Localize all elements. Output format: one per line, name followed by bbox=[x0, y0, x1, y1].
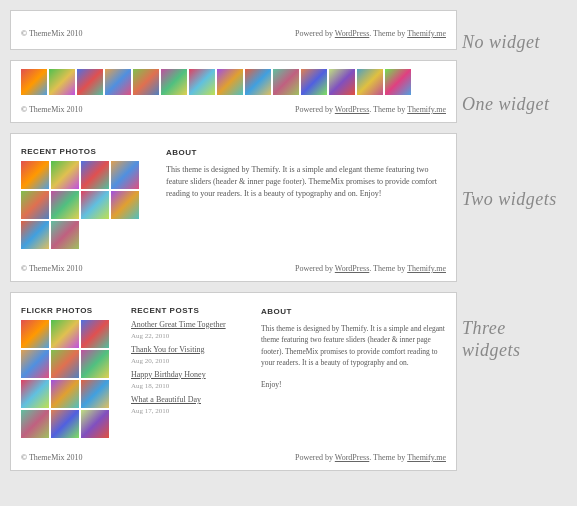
flickr-3 bbox=[81, 320, 109, 348]
recent-posts-col: RECENT POSTS Another Great Time Together… bbox=[131, 306, 251, 438]
thumb-11 bbox=[301, 69, 327, 95]
panel2-footer: © ThemeMix 2010 Powered by WordPress. Th… bbox=[21, 100, 446, 114]
recent-photos-title: RECENT PHOTOS bbox=[21, 147, 151, 156]
photo-2 bbox=[51, 161, 79, 189]
themify-link-2[interactable]: Themify.me bbox=[407, 105, 446, 114]
flickr-title: FLICKR PHOTOS bbox=[21, 306, 121, 315]
thumb-9 bbox=[245, 69, 271, 95]
three-widget-content: FLICKR PHOTOS bbox=[21, 301, 446, 443]
flickr-1 bbox=[21, 320, 49, 348]
wordpress-link-1[interactable]: WordPress bbox=[335, 29, 369, 38]
thumb-6 bbox=[161, 69, 187, 95]
flickr-col: FLICKR PHOTOS bbox=[21, 306, 121, 438]
flickr-11 bbox=[51, 410, 79, 438]
no-widget-label: No widget bbox=[462, 32, 540, 54]
themify-link-3[interactable]: Themify.me bbox=[407, 264, 446, 273]
panel4-footer: © ThemeMix 2010 Powered by WordPress. Th… bbox=[21, 448, 446, 462]
thumb-3 bbox=[77, 69, 103, 95]
flickr-8 bbox=[51, 380, 79, 408]
post-date-2: Aug 20, 2010 bbox=[131, 357, 169, 365]
post-link-1[interactable]: Another Great Time Together bbox=[131, 320, 251, 329]
photo-5 bbox=[21, 191, 49, 219]
recent-posts-title: RECENT POSTS bbox=[131, 306, 251, 315]
image-strip bbox=[21, 69, 446, 95]
flickr-4 bbox=[21, 350, 49, 378]
thumb-13 bbox=[357, 69, 383, 95]
list-item: What a Beautiful Day Aug 17, 2010 bbox=[131, 395, 251, 415]
themify-about-link[interactable]: Themify bbox=[341, 324, 366, 333]
one-widget-label-section: One widget bbox=[457, 70, 567, 140]
wordpress-link-3[interactable]: WordPress bbox=[335, 264, 369, 273]
thumb-8 bbox=[217, 69, 243, 95]
photo-1 bbox=[21, 161, 49, 189]
photo-3 bbox=[81, 161, 109, 189]
panel3-footer-right: Powered by WordPress. Theme by Themify.m… bbox=[295, 264, 446, 273]
panel1-footer-left: © ThemeMix 2010 bbox=[21, 29, 82, 38]
flickr-5 bbox=[51, 350, 79, 378]
post-date-1: Aug 22, 2010 bbox=[131, 332, 169, 340]
thumb-5 bbox=[133, 69, 159, 95]
panel3-footer: © ThemeMix 2010 Powered by WordPress. Th… bbox=[21, 259, 446, 273]
post-list: Another Great Time Together Aug 22, 2010… bbox=[131, 320, 251, 415]
list-item: Thank You for Visiting Aug 20, 2010 bbox=[131, 345, 251, 365]
enjoy-text: Enjoy! bbox=[261, 379, 446, 390]
post-link-4[interactable]: What a Beautiful Day bbox=[131, 395, 251, 404]
flickr-7 bbox=[21, 380, 49, 408]
thumb-7 bbox=[189, 69, 215, 95]
three-widgets-label: Three widgets bbox=[462, 318, 567, 361]
three-widgets-label-section: Three widgets bbox=[457, 260, 567, 420]
thumb-4 bbox=[105, 69, 131, 95]
list-item: Another Great Time Together Aug 22, 2010 bbox=[131, 320, 251, 340]
list-item: Happy Birthday Honey Aug 18, 2010 bbox=[131, 370, 251, 390]
thumb-14 bbox=[385, 69, 411, 95]
flickr-12 bbox=[81, 410, 109, 438]
no-widget-label-section: No widget bbox=[457, 15, 567, 70]
photo-9 bbox=[21, 221, 49, 249]
section-labels: No widget One widget Two widgets Three w… bbox=[457, 10, 567, 471]
one-widget-label: One widget bbox=[462, 94, 550, 116]
wordpress-link-4[interactable]: WordPress bbox=[335, 453, 369, 462]
panel1-footer-right: Powered by WordPress. Theme by Themify.m… bbox=[295, 29, 446, 38]
about-title: ABOUT bbox=[166, 147, 446, 159]
thumb-12 bbox=[329, 69, 355, 95]
panel2-footer-left: © ThemeMix 2010 bbox=[21, 105, 82, 114]
recent-photos-col: RECENT PHOTOS bbox=[21, 147, 151, 249]
flickr-2 bbox=[51, 320, 79, 348]
photo-7 bbox=[81, 191, 109, 219]
post-date-3: Aug 18, 2010 bbox=[131, 382, 169, 390]
flickr-grid bbox=[21, 320, 121, 438]
panel2-footer-right: Powered by WordPress. Theme by Themify.m… bbox=[295, 105, 446, 114]
post-link-3[interactable]: Happy Birthday Honey bbox=[131, 370, 251, 379]
panel-two-widgets: RECENT PHOTOS ABOUT bbox=[10, 133, 457, 282]
photo-8 bbox=[111, 191, 139, 219]
two-widget-content: RECENT PHOTOS ABOUT bbox=[21, 142, 446, 254]
wordpress-link-2[interactable]: WordPress bbox=[335, 105, 369, 114]
panel4-footer-right: Powered by WordPress. Theme by Themify.m… bbox=[295, 453, 446, 462]
about-col-3: ABOUT This theme is designed by Themify.… bbox=[261, 306, 446, 438]
themify-link-1[interactable]: Themify.me bbox=[407, 29, 446, 38]
two-widgets-label: Two widgets bbox=[462, 189, 557, 211]
themify-link-4[interactable]: Themify.me bbox=[407, 453, 446, 462]
panel-one-widget: © ThemeMix 2010 Powered by WordPress. Th… bbox=[10, 60, 457, 123]
thumb-1 bbox=[21, 69, 47, 95]
panel1-footer: © ThemeMix 2010 Powered by WordPress. Th… bbox=[21, 24, 446, 38]
about-title-3: ABOUT bbox=[261, 306, 446, 318]
photo-10 bbox=[51, 221, 79, 249]
panel3-footer-left: © ThemeMix 2010 bbox=[21, 264, 82, 273]
flickr-9 bbox=[81, 380, 109, 408]
panels-container: © ThemeMix 2010 Powered by WordPress. Th… bbox=[10, 10, 457, 471]
photo-4 bbox=[111, 161, 139, 189]
panel-three-widgets: FLICKR PHOTOS bbox=[10, 292, 457, 471]
flickr-10 bbox=[21, 410, 49, 438]
panel4-footer-left: © ThemeMix 2010 bbox=[21, 453, 82, 462]
flickr-6 bbox=[81, 350, 109, 378]
about-text: This theme is designed by Themify. It is… bbox=[166, 164, 446, 200]
photo-grid bbox=[21, 161, 151, 249]
post-link-2[interactable]: Thank You for Visiting bbox=[131, 345, 251, 354]
photo-6 bbox=[51, 191, 79, 219]
thumb-10 bbox=[273, 69, 299, 95]
thumb-2 bbox=[49, 69, 75, 95]
about-text-3: This theme is designed by Themify. It is… bbox=[261, 323, 446, 368]
post-date-4: Aug 17, 2010 bbox=[131, 407, 169, 415]
panel-no-widget: © ThemeMix 2010 Powered by WordPress. Th… bbox=[10, 10, 457, 50]
